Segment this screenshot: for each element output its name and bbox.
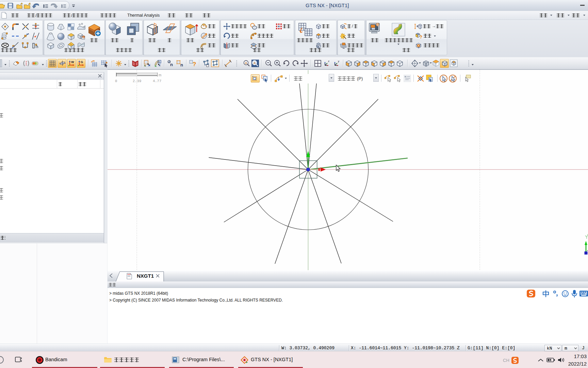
svg-text:?: ? — [193, 61, 196, 67]
svg-text:?: ? — [420, 34, 422, 40]
svg-text:n: n — [170, 62, 173, 67]
svg-text:n: n — [180, 62, 183, 67]
svg-text:W: W — [71, 60, 74, 64]
svg-text:A: A — [254, 61, 256, 65]
svg-text:y: y — [338, 60, 339, 63]
svg-text:z: z — [328, 60, 329, 63]
svg-text:E: E — [159, 60, 160, 63]
svg-text:G: G — [81, 60, 83, 64]
svg-text:A: A — [245, 61, 247, 65]
